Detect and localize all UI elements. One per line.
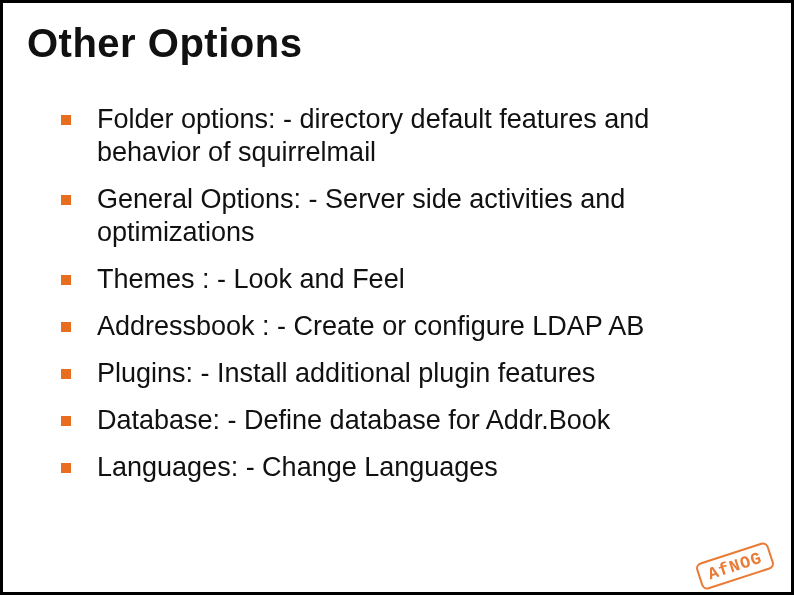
list-item: Database: - Define database for Addr.Boo… [61,404,753,437]
list-item: Plugins: - Install additional plugin fea… [61,357,753,390]
list-item: Languages: - Change Languages [61,451,753,484]
slide-title: Other Options [3,3,791,65]
bullet-list: Folder options: - directory default feat… [61,103,753,483]
list-item: Addressbook : - Create or configure LDAP… [61,310,753,343]
list-item: General Options: - Server side activitie… [61,183,753,249]
afnog-stamp-icon: AfNOG [695,541,776,591]
slide-body: Folder options: - directory default feat… [3,65,791,483]
slide-frame: Other Options Folder options: - director… [0,0,794,595]
list-item: Themes : - Look and Feel [61,263,753,296]
list-item: Folder options: - directory default feat… [61,103,753,169]
